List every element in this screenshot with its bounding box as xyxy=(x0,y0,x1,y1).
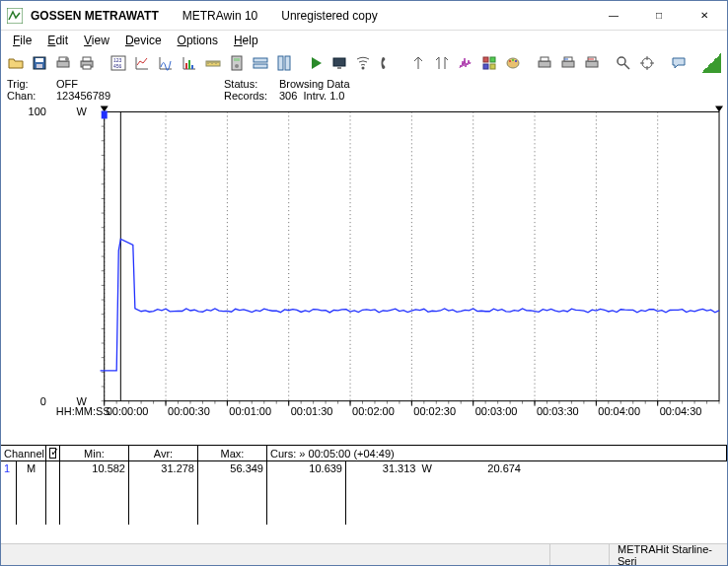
svg-marker-24 xyxy=(312,57,322,69)
minimize-button[interactable]: — xyxy=(591,1,636,31)
data-table: Channel: Min: Avr: Max: Curs: » 00:05:00… xyxy=(1,445,727,524)
svg-rect-15 xyxy=(191,65,193,69)
printer3-icon[interactable] xyxy=(581,52,603,74)
svg-text:00:02:30: 00:02:30 xyxy=(413,405,456,417)
chan-label: Chan: xyxy=(7,90,56,102)
svg-point-27 xyxy=(362,67,365,70)
intrv-label: Intrv. xyxy=(303,90,327,102)
monitor-icon[interactable] xyxy=(328,52,350,74)
chart-area[interactable]: 00:00:0000:00:3000:01:0000:01:3000:02:00… xyxy=(1,104,727,445)
svg-rect-8 xyxy=(83,57,91,61)
svg-rect-40 xyxy=(586,61,598,67)
menu-options[interactable]: Options xyxy=(170,32,226,49)
arrange-v-icon[interactable] xyxy=(273,52,295,74)
table-row: 1 M 10.582 31.278 56.349 10.639 31.313 W… xyxy=(1,461,727,525)
svg-text:00:00:00: 00:00:00 xyxy=(107,405,149,417)
menu-help[interactable]: Help xyxy=(226,32,266,49)
svg-rect-30 xyxy=(483,64,488,69)
svg-rect-36 xyxy=(539,61,550,67)
print-setup-icon[interactable] xyxy=(52,52,74,74)
chat-icon[interactable] xyxy=(668,52,690,74)
row-v1: 10.639 xyxy=(267,461,346,525)
print-icon[interactable] xyxy=(76,52,98,74)
th-avr: Avr: xyxy=(129,446,198,460)
menu-device[interactable]: Device xyxy=(117,32,170,49)
svg-rect-26 xyxy=(337,67,341,69)
svg-rect-22 xyxy=(278,56,283,70)
save-icon[interactable] xyxy=(29,52,50,74)
th-curs: Curs: » 00:05:00 (+04:49) xyxy=(267,446,727,460)
statusbar: METRAHit Starline-Seri xyxy=(1,543,727,565)
stats-icon[interactable]: 123456 xyxy=(108,52,129,74)
row-unit: M xyxy=(17,461,46,525)
maximize-button[interactable]: □ xyxy=(636,1,682,31)
printer1-icon[interactable] xyxy=(534,52,555,74)
title-vendor: GOSSEN METRAWATT xyxy=(31,9,159,23)
menu-edit[interactable]: Edit xyxy=(39,32,76,49)
svg-rect-25 xyxy=(333,58,345,66)
svg-rect-151 xyxy=(102,110,108,118)
row-avr: 31.278 xyxy=(129,461,198,525)
row-min: 10.582 xyxy=(60,461,129,525)
toolbar: 123456 xyxy=(1,50,727,76)
row-v3: 20.674 xyxy=(435,461,524,525)
status-label: Status: xyxy=(224,78,279,90)
svg-rect-20 xyxy=(254,58,267,62)
svg-text:0: 0 xyxy=(40,395,46,407)
chart-bars-icon[interactable] xyxy=(179,52,200,74)
svg-text:100: 100 xyxy=(29,106,46,117)
cursor2-icon[interactable] xyxy=(431,52,453,74)
menu-file[interactable]: File xyxy=(5,32,39,49)
spectrum-icon[interactable] xyxy=(455,52,476,74)
play-icon[interactable] xyxy=(305,52,327,74)
window-controls: — □ ✕ xyxy=(591,1,727,31)
records-label: Records: xyxy=(224,90,279,102)
trig-label: Trig: xyxy=(7,78,56,90)
titlebar: GOSSEN METRAWATT METRAwin 10 Unregistere… xyxy=(1,1,727,31)
open-icon[interactable] xyxy=(5,52,27,74)
channel-checkbox[interactable] xyxy=(49,448,56,459)
th-max: Max: xyxy=(198,446,267,460)
phone-icon[interactable] xyxy=(376,52,398,74)
infobar: Trig:OFF Chan:123456789 Status:Browsing … xyxy=(1,76,727,104)
close-button[interactable]: ✕ xyxy=(682,1,727,31)
records-value: 306 xyxy=(279,90,297,102)
svg-rect-18 xyxy=(234,58,240,61)
th-min: Min: xyxy=(60,446,129,460)
svg-point-34 xyxy=(512,59,514,61)
svg-rect-9 xyxy=(83,65,91,69)
menubar: File Edit View Device Options Help xyxy=(1,31,727,50)
svg-text:456: 456 xyxy=(113,63,122,69)
multimeter-icon[interactable] xyxy=(226,52,248,74)
app-icon xyxy=(7,8,23,24)
svg-rect-23 xyxy=(285,56,290,70)
chart-xy-icon[interactable] xyxy=(131,52,153,74)
th-channel: Channel: xyxy=(1,446,46,460)
svg-rect-37 xyxy=(541,57,548,61)
svg-rect-29 xyxy=(490,57,495,62)
table-header: Channel: Min: Avr: Max: Curs: » 00:05:00… xyxy=(1,446,727,461)
crosshair-icon[interactable] xyxy=(636,52,658,74)
svg-text:00:02:00: 00:02:00 xyxy=(352,405,395,417)
chart-yt-icon[interactable] xyxy=(155,52,177,74)
printer2-icon[interactable] xyxy=(557,52,579,74)
svg-rect-4 xyxy=(57,61,69,67)
status-seg-1 xyxy=(549,544,609,565)
svg-rect-14 xyxy=(188,60,190,69)
cursor1-icon[interactable] xyxy=(407,52,429,74)
arrange-h-icon[interactable] xyxy=(250,52,271,74)
menu-view[interactable]: View xyxy=(76,32,117,49)
svg-text:HH:MM:SS: HH:MM:SS xyxy=(56,405,110,417)
title-status: Unregistered copy xyxy=(281,9,377,23)
intrv-value: 1.0 xyxy=(329,90,344,102)
palette-icon[interactable] xyxy=(502,52,524,74)
blocks-icon[interactable] xyxy=(478,52,500,74)
signal-icon[interactable] xyxy=(352,52,374,74)
svg-text:00:01:30: 00:01:30 xyxy=(291,405,333,417)
svg-rect-2 xyxy=(36,58,43,62)
ruler-icon[interactable] xyxy=(202,52,224,74)
svg-text:W: W xyxy=(77,106,88,117)
status-device: METRAHit Starline-Seri xyxy=(609,544,727,565)
svg-point-33 xyxy=(509,60,511,62)
zoom-icon[interactable] xyxy=(613,52,634,74)
